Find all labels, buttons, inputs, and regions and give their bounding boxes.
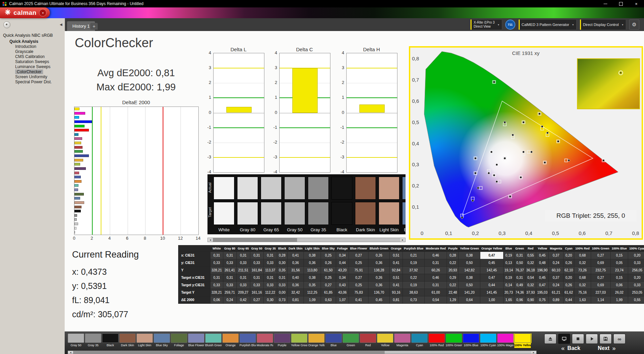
maximize-button[interactable]	[613, 0, 629, 7]
patch-button-orange-yellow[interactable]: Orange Yellow	[308, 333, 325, 348]
next-button[interactable]: Next »	[598, 345, 616, 352]
patch-button-purple[interactable]: Purple	[274, 333, 290, 348]
patch-button-100-cyan[interactable]: 100% Cyan	[480, 333, 496, 348]
de-bar-black	[74, 210, 81, 212]
patch-button-100-yellow[interactable]: 100% Yellow	[514, 333, 531, 348]
delta-h-chart[interactable]: Delta H 43210-1-2-3-4	[346, 47, 397, 53]
delta-l-chart[interactable]: Delta L 43210-1-2-3-4	[213, 47, 264, 53]
svg-text:0,2: 0,2	[472, 230, 479, 236]
patch-button-100-red[interactable]: 100% Red	[428, 333, 445, 348]
patch-button-black[interactable]: Black	[102, 333, 119, 348]
patch-button-gray-35[interactable]: Gray 35	[85, 333, 101, 348]
patch-button-100-blue[interactable]: 100% Blue	[463, 333, 479, 348]
sidebar-item-saturation-sweeps[interactable]: Saturation Sweeps	[0, 59, 65, 64]
menu-orb-button[interactable]	[3, 21, 10, 28]
delta-bar	[292, 68, 318, 113]
cell-tx-purple: 0,29	[447, 274, 459, 282]
deltae-2000-plot[interactable]	[74, 107, 199, 235]
close-button[interactable]: ×	[629, 0, 644, 7]
save-button[interactable]	[600, 334, 612, 344]
patch-button-orange[interactable]: Orange	[222, 333, 239, 348]
column-header-blue-sky: Blue Sky	[321, 245, 336, 252]
sidebar-item-colorchecker[interactable]: ColorChecker	[0, 69, 65, 75]
patch-button-dark-skin[interactable]: Dark Skin	[119, 333, 136, 348]
de-bar-gray-80	[74, 227, 76, 230]
row-label: Y	[179, 267, 211, 274]
patch-button-blue-sky[interactable]: Blue Sky	[154, 333, 170, 348]
back-button[interactable]: « Back	[561, 345, 580, 352]
deltae-2000-chart[interactable]: DeltaE 2000 02468101214	[74, 99, 216, 106]
scroll-track[interactable]	[73, 351, 531, 354]
sidebar-item-cms-calibration[interactable]: CMS Calibration	[0, 54, 65, 59]
scroll-thumb[interactable]	[73, 351, 385, 354]
add-tab-button[interactable]: +	[90, 23, 98, 30]
target-swatch	[284, 202, 305, 225]
minimize-button[interactable]	[598, 0, 613, 7]
display-button[interactable]	[558, 334, 570, 344]
de-bar-white	[74, 231, 75, 234]
target-swatch	[261, 202, 282, 225]
sidebar-item-grayscale[interactable]: Grayscale	[0, 49, 65, 54]
patch-button-red[interactable]: Red	[360, 333, 376, 348]
patch-button-100-green[interactable]: 100% Green	[446, 333, 462, 348]
y-tick-label: 0	[268, 110, 277, 115]
patch-button-moderate-red[interactable]: Moderate Red	[257, 333, 273, 348]
scroll-track[interactable]	[213, 238, 400, 242]
cell-tx-100-cyan: 0,20	[628, 274, 644, 282]
display-control-dropdown[interactable]: Direct Display Control ▼	[580, 19, 626, 30]
scroll-left-arrow[interactable]: ◄	[208, 238, 213, 242]
patch-button-blue-flower[interactable]: Blue Flower	[188, 333, 204, 348]
cell-x-blue-flower: 0,27	[349, 252, 368, 259]
eject-button[interactable]	[544, 334, 556, 344]
pattern-generator-dropdown[interactable]: CalMED 3 Pattern Generator ▼	[518, 19, 577, 30]
scroll-right-arrow[interactable]: ►	[400, 238, 405, 242]
scroll-thumb[interactable]	[213, 238, 297, 242]
delta-h-plot[interactable]	[346, 53, 397, 173]
scroll-right-arrow[interactable]: ►	[531, 351, 536, 354]
cell-tY-100-green: 227,03	[591, 289, 611, 296]
patch-button-green[interactable]: Green	[343, 333, 359, 348]
cell-tx-100-blue: 0,15	[611, 274, 628, 282]
patch-button-bluish-green[interactable]: Bluish Green	[205, 333, 222, 348]
cell-y-100-cyan: 0,33	[628, 259, 644, 267]
patch-button-foliage[interactable]: Foliage	[171, 333, 187, 348]
patch-button-yellow-green[interactable]: Yellow Green	[291, 333, 308, 348]
patch-button-gray-50[interactable]: Gray 50	[68, 333, 84, 348]
play-button[interactable]	[586, 334, 598, 344]
stop-button[interactable]	[572, 334, 584, 344]
patch-button-purplish-blue[interactable]: Purplish Blue	[239, 333, 256, 348]
patch-button-yellow[interactable]: Yellow	[377, 333, 393, 348]
delta-c-chart[interactable]: Delta C 43210-1-2-3-4	[279, 47, 330, 53]
settings-button[interactable]: ⚙	[629, 20, 639, 30]
de-bar-cyan	[74, 133, 78, 136]
sidebar-collapse-button[interactable]: ◀	[60, 23, 62, 26]
loop-button[interactable]: ∞	[613, 334, 625, 344]
sidebar-item-screen-uniformity[interactable]: Screen Uniformity	[0, 75, 65, 80]
delta-c-plot[interactable]	[279, 53, 330, 173]
calman-logo[interactable]: calman ▼	[0, 7, 50, 18]
sidebar-item-luminance-sweeps[interactable]: Luminance Sweeps	[0, 64, 65, 69]
scroll-left-arrow[interactable]: ◄	[68, 351, 73, 354]
y-tick-label: 2	[335, 80, 344, 85]
sidebar-item-introduction[interactable]: Introduction	[0, 44, 65, 49]
column-header-blue: Blue	[503, 245, 514, 252]
patch-button-light-skin[interactable]: Light Skin	[136, 333, 153, 348]
de-bar-100-green	[74, 125, 85, 127]
logo-menu-button[interactable]: ▼	[39, 9, 46, 17]
patch-button-100-magenta[interactable]: 100% Magenta	[497, 333, 514, 348]
actual-row-label: Actual	[208, 177, 213, 199]
sidebar-item-spectral-power-dist[interactable]: Spectral Power Dist.	[0, 80, 65, 85]
cell-tY-blue-flower: 75,83	[349, 289, 368, 296]
de-bar-dark-skin	[74, 206, 82, 208]
cie-1931-chart[interactable]: CIE 1931 xy 00,10,20,30,40,50,60,70,80,1…	[409, 46, 643, 240]
cell-x-gray-65: 0,31	[236, 252, 250, 259]
patch-button-cyan[interactable]: Cyan	[411, 333, 428, 348]
delta-bar	[226, 107, 252, 113]
sidebar-item-quick-analysis[interactable]: Quick Analysis	[0, 39, 65, 44]
row-label: Target Y	[179, 289, 211, 296]
meter-dropdown[interactable]: X-Rite i1Pro 3 Direct View ▼	[470, 19, 502, 30]
patch-button-blue[interactable]: Blue	[325, 333, 342, 348]
patch-button-magenta[interactable]: Magenta	[394, 333, 411, 348]
green-tolerance-line	[214, 127, 264, 128]
delta-l-plot[interactable]	[213, 53, 264, 173]
